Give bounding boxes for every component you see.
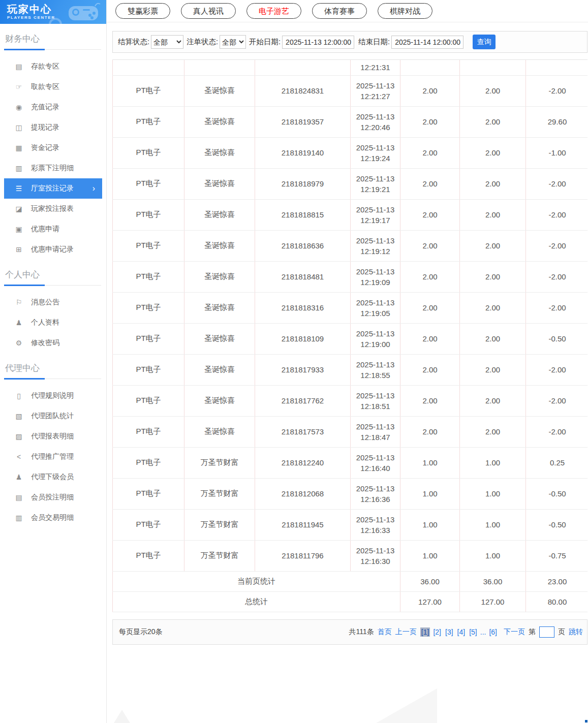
sidebar-item-messages[interactable]: ⚐消息公告 [4, 292, 102, 312]
bet-amount-cell: 2.00 [400, 75, 460, 106]
hall-cell: PT电子 [113, 416, 184, 447]
first-page-link[interactable]: 首页 [378, 627, 392, 637]
tab-sports[interactable]: 体育赛事 [312, 3, 367, 19]
table-row: PT电子万圣节财富21818122402025-11-1312:16:401.0… [113, 447, 588, 478]
game-cell: 圣诞惊喜 [184, 199, 255, 230]
winloss-cell: -0.50 [526, 478, 588, 509]
page-link[interactable]: [3] [444, 627, 454, 637]
sidebar-item-player-bet-report[interactable]: ◪玩家投注报表 [4, 199, 102, 219]
query-button[interactable]: 查询 [473, 35, 496, 49]
winloss-cell: -0.50 [526, 323, 588, 354]
total-summary-valid: 127.00 [460, 591, 526, 612]
tab-live[interactable]: 真人视讯 [181, 3, 236, 19]
bet-amount-cell: 1.00 [400, 478, 460, 509]
end-date-input[interactable] [391, 36, 463, 49]
settle-status-select[interactable]: 全部 [151, 35, 183, 49]
table-row: PT电子圣诞惊喜21818193572025-11-1312:20:462.00… [113, 106, 588, 137]
hall-cell: PT电子 [113, 137, 184, 168]
hall-cell: PT电子 [113, 230, 184, 261]
order-status-select[interactable]: 全部 [220, 35, 246, 49]
jump-page-input[interactable] [539, 626, 554, 638]
jump-button[interactable]: 跳转 [569, 627, 583, 637]
sidebar-item-member-bet-detail[interactable]: ▤会员投注明细 [4, 487, 102, 508]
sidebar-item-member-trade-detail[interactable]: ▥会员交易明细 [4, 508, 102, 528]
game-cell: 圣诞惊喜 [184, 323, 255, 354]
total-summary-winloss: 80.00 [526, 591, 588, 612]
sidebar-item-withdraw-zone[interactable]: ☞取款专区 [4, 77, 102, 97]
start-date-input[interactable] [282, 36, 354, 49]
time-cell: 2025-11-1312:18:47 [351, 416, 400, 447]
tab-lottery[interactable]: 雙赢彩票 [115, 3, 170, 19]
valid-bet-cell: 2.00 [460, 230, 526, 261]
app-logo: 玩家中心 PLAYERS CENTER [0, 0, 106, 24]
sidebar-item-agent-report-detail[interactable]: ▨代理报表明细 [4, 426, 102, 447]
sidebar-item-label: 代理推广管理 [31, 452, 102, 461]
page-summary-winloss: 23.00 [526, 571, 588, 591]
order-no-cell: 2181818316 [255, 292, 351, 323]
prev-page-link[interactable]: 上一页 [395, 627, 417, 637]
sidebar-item-profile[interactable]: ♟个人资料 [4, 312, 102, 333]
game-cell: 圣诞惊喜 [184, 168, 255, 199]
page-link[interactable]: [2] [432, 627, 442, 637]
winloss-cell: -1.00 [526, 137, 588, 168]
sidebar-item-agent-team-stats[interactable]: ▧代理团队统计 [4, 406, 102, 426]
page-link[interactable]: [6] [488, 627, 498, 637]
page-link-current[interactable]: [1] [420, 627, 430, 637]
next-page-link[interactable]: 下一页 [504, 627, 525, 637]
bell-icon: ⚐ [14, 298, 23, 306]
time-cell: 2025-11-1312:19:09 [351, 261, 400, 292]
sidebar-item-lottery-bet-detail[interactable]: ▥彩票下注明细 [4, 158, 102, 178]
table-row-partial: 12:21:31 [113, 60, 588, 75]
sidebar-item-change-password[interactable]: ⚙修改密码 [4, 333, 102, 353]
time-cell: 2025-11-1312:18:51 [351, 385, 400, 416]
game-cell: 圣诞惊喜 [184, 106, 255, 137]
sidebar-item-agent-rules[interactable]: ▯代理规则说明 [4, 386, 102, 406]
valid-bet-cell: 1.00 [460, 509, 526, 540]
sidebar-item-funds-records[interactable]: ▦资金记录 [4, 138, 102, 158]
valid-bet-cell: 2.00 [460, 292, 526, 323]
section-title: 代理中心 [0, 353, 106, 378]
valid-bet-cell: 2.00 [460, 323, 526, 354]
game-cell: 万圣节财富 [184, 509, 255, 540]
sidebar-item-agent-sub-members[interactable]: ♟代理下级会员 [4, 467, 102, 487]
page-root: 玩家中心 PLAYERS CENTER [0, 0, 588, 723]
hall-cell: PT电子 [113, 75, 184, 106]
sidebar-item-agent-promotion[interactable]: <代理推广管理 [4, 447, 102, 467]
bet-records-table: 12:21:31 PT电子圣诞惊喜21818248312025-11-1312:… [112, 60, 587, 612]
game-cell: 圣诞惊喜 [184, 385, 255, 416]
page-link[interactable]: [4] [456, 627, 467, 637]
report-chart-icon: ◪ [14, 205, 23, 213]
time-cell: 2025-11-1312:16:30 [351, 540, 400, 571]
bet-amount-cell: 1.00 [400, 447, 460, 478]
time-cell: 2025-11-1312:16:33 [351, 509, 400, 540]
game-cell: 圣诞惊喜 [184, 354, 255, 385]
table-row: PT电子圣诞惊喜21818175732025-11-1312:18:472.00… [113, 416, 588, 447]
order-no-cell: 2181817573 [255, 416, 351, 447]
valid-bet-cell: 1.00 [460, 447, 526, 478]
sidebar-item-label: 修改密码 [31, 338, 102, 348]
main-content: 雙赢彩票真人视讯电子游艺体育赛事棋牌对战 结算状态: 全部 注单状态: 全部 开… [107, 0, 588, 723]
bet-amount-cell: 2.00 [400, 106, 460, 137]
page-summary-bet: 36.00 [400, 571, 460, 591]
tab-egames[interactable]: 电子游艺 [246, 3, 301, 19]
sidebar-item-promo-apply-records[interactable]: ⊞优惠申请记录 [4, 239, 102, 260]
sidebar-item-recharge-records[interactable]: ◉充值记录 [4, 97, 102, 117]
table-row: PT电子圣诞惊喜21818188152025-11-1312:19:172.00… [113, 199, 588, 230]
page-link[interactable]: [5] [468, 627, 478, 637]
bet-amount-cell: 2.00 [400, 261, 460, 292]
bet-amount-cell: 2.00 [400, 354, 460, 385]
sidebar-item-promo-apply[interactable]: ▣优惠申请 [4, 219, 102, 239]
winloss-cell: -0.50 [526, 509, 588, 540]
tab-boardgame[interactable]: 棋牌对战 [378, 3, 432, 19]
total-summary-label: 总统计 [113, 591, 400, 612]
sidebar-item-deposit-zone[interactable]: ▤存款专区 [4, 56, 102, 77]
order-no-cell: 2181818636 [255, 230, 351, 261]
filter-bar: 结算状态: 全部 注单状态: 全部 开始日期: 结束日期: 查询 [112, 31, 587, 53]
sidebar-item-label: 资金记录 [31, 143, 102, 152]
table-row: PT电子圣诞惊喜21818184812025-11-1312:19:092.00… [113, 261, 588, 292]
sidebar-item-cashout-records[interactable]: ◫提现记录 [4, 117, 102, 138]
time-cell: 2025-11-1312:19:12 [351, 230, 400, 261]
sidebar-item-hall-bet-records[interactable]: ☰厅室投注记录› [4, 178, 102, 199]
section-divider [4, 49, 101, 50]
sidebar-menu: 财务中心▤存款专区☞取款专区◉充值记录◫提现记录▦资金记录▥彩票下注明细☰厅室投… [0, 24, 106, 528]
